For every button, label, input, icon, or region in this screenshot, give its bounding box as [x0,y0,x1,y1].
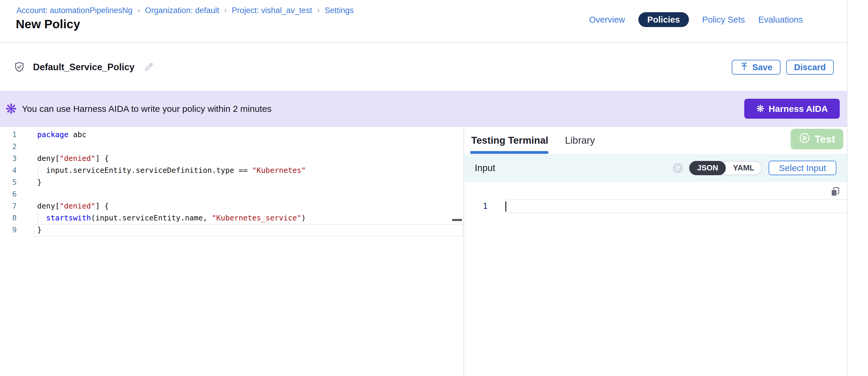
code-token: } [37,225,42,234]
input-header-row: Input JSONYAML Select Input [464,154,847,182]
code-line[interactable]: 5} [0,177,463,188]
save-button-label: Save [752,62,773,72]
select-input-button[interactable]: Select Input [769,161,836,175]
code-token: abc [68,130,86,139]
code-line[interactable]: 7deny["denied"] { [0,200,463,212]
test-button-label: Test [814,133,835,145]
code-line[interactable]: 8 startswith(input.serviceEntity.name, "… [0,212,463,224]
aida-banner: ❋ You can use Harness AIDA to write your… [0,91,847,127]
code-token: "Kubernetes_service" [212,214,301,222]
header-nav: OverviewPoliciesPolicy SetsEvaluations [589,12,803,27]
breadcrumb-separator: › [137,6,140,14]
code-token: (input.serviceEntity.name, [91,214,212,222]
nav-policy-sets[interactable]: Policy Sets [702,12,745,27]
code-line[interactable]: 2 [0,141,463,153]
discard-button-label: Discard [794,62,826,72]
aida-flower-icon-white: ❋ [756,104,765,114]
active-tab-underline [470,151,549,154]
line-number: 8 [0,212,17,224]
new-policy-page: Account: automationPipelinesNg›Organizat… [0,0,868,376]
aida-banner-message: You can use Harness AIDA to write your p… [22,104,272,114]
policy-name-row: Default_Service_Policy Save Discard [0,43,847,91]
discard-button[interactable]: Discard [786,60,834,75]
code-line-content: deny["denied"] { [37,153,109,164]
input-editor[interactable]: 1 [464,182,847,376]
code-line-content: startswith(input.serviceEntity.name, "Ku… [37,212,306,224]
nav-policies[interactable]: Policies [638,12,689,27]
harness-aida-button[interactable]: ❋ Harness AIDA [744,99,840,119]
line-number: 1 [0,129,17,141]
code-token: ] { [95,154,109,163]
input-controls: JSONYAML Select Input [673,161,836,175]
select-input-label: Select Input [779,163,826,173]
code-token: package [37,130,68,139]
policy-actions: Save Discard [732,60,834,75]
code-line[interactable]: 3deny["denied"] { [0,153,463,164]
code-token: "denied" [60,154,95,163]
line-number: 2 [0,141,17,153]
page-title: New Policy [16,17,80,31]
testing-terminal-panel: Testing TerminalLibrary Test Input [464,127,847,376]
code-token: deny[ [37,202,60,210]
code-line[interactable]: 4 input.serviceEntity.serviceDefinition.… [0,164,463,177]
breadcrumb-separator: › [317,6,319,14]
code-line[interactable]: 6 [0,188,463,200]
code-token: deny[ [37,154,60,163]
text-cursor [505,201,506,212]
breadcrumb-item[interactable]: Account: automationPipelinesNg [17,6,132,15]
breadcrumb-item[interactable]: Organization: default [145,6,219,15]
input-line-content[interactable] [505,199,847,213]
code-line-content: } [37,177,42,188]
code-line[interactable]: 1package abc [0,129,463,141]
input-label: Input [475,163,495,174]
code-line[interactable]: 9} [0,224,463,236]
code-line-content: deny["denied"] { [37,200,109,212]
branch-icon [673,163,683,173]
upload-arrow-icon [740,62,749,73]
line-number: 6 [0,188,17,200]
terminal-tabs-row: Testing TerminalLibrary Test [464,127,847,154]
code-token: startswith [46,214,91,222]
aida-flower-icon: ❋ [5,102,17,116]
code-token [37,214,46,222]
code-token: ] { [95,202,109,210]
main-content: 1package abc23deny["denied"] {4 input.se… [0,127,868,376]
line-number: 5 [0,177,17,188]
overview-ruler-mark [452,219,462,221]
copy-icon[interactable] [829,186,841,199]
shield-check-icon [13,61,25,73]
code-token: } [37,178,42,187]
harness-aida-button-label: Harness AIDA [769,104,828,114]
save-button[interactable]: Save [732,60,780,75]
code-token: "denied" [60,202,95,210]
toggle-option-json[interactable]: JSON [689,161,726,175]
code-token: ) [301,214,306,222]
nav-overview[interactable]: Overview [589,12,625,27]
line-number: 4 [0,164,17,177]
code-line-content: input.serviceEntity.serviceDefinition.ty… [37,164,306,177]
code-lines: 1package abc23deny["denied"] {4 input.se… [0,129,463,236]
play-circle-icon [799,132,811,146]
line-number: 7 [0,200,17,212]
page-header: Account: automationPipelinesNg›Organizat… [0,0,847,43]
edit-pencil-icon[interactable] [144,61,155,73]
line-number: 9 [0,224,17,236]
terminal-tabs: Testing TerminalLibrary [471,127,595,154]
policy-code-editor[interactable]: 1package abc23deny["denied"] {4 input.se… [0,127,463,376]
tab-library[interactable]: Library [565,135,595,146]
code-line-content: package abc [37,129,87,141]
input-line-number: 1 [464,199,505,213]
tab-testing-terminal[interactable]: Testing Terminal [471,135,548,146]
code-token: "Kubernetes" [252,166,306,175]
format-toggle: JSONYAML [689,161,762,175]
line-number: 3 [0,153,17,164]
test-button[interactable]: Test [790,129,843,149]
code-token: input.serviceEntity.serviceDefinition.ty… [37,166,252,175]
code-line-content: } [37,224,42,236]
toggle-option-yaml[interactable]: YAML [726,161,761,175]
breadcrumb-item[interactable]: Settings [325,6,354,15]
breadcrumb-item[interactable]: Project: vishal_av_test [232,6,312,15]
policy-name: Default_Service_Policy [33,62,134,72]
input-editor-line[interactable]: 1 [464,199,847,213]
nav-evaluations[interactable]: Evaluations [758,12,803,27]
